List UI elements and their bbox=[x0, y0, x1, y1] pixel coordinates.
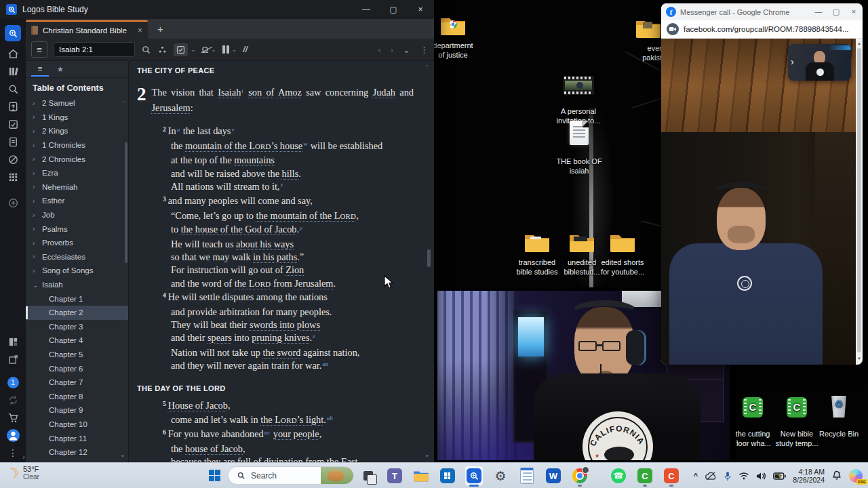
logos-home-logo-icon[interactable] bbox=[5, 25, 21, 41]
task-view-button[interactable] bbox=[359, 466, 377, 485]
teams-button[interactable]: T bbox=[386, 466, 403, 485]
tab-christian-standard-bible[interactable]: Christian Standard Bible × bbox=[26, 20, 148, 39]
toc-chapter-item[interactable]: Chapter 8 bbox=[26, 389, 128, 403]
close-all-panels-icon[interactable] bbox=[4, 351, 22, 367]
toc-book-item[interactable]: ›1 Kings bbox=[26, 110, 128, 125]
search-box[interactable]: Search bbox=[228, 466, 354, 485]
toc-book-item[interactable]: ›Song of Songs bbox=[26, 264, 128, 278]
messenger-url-bar[interactable]: facebook.com/groupcall/ROOM:78898843544.… bbox=[661, 20, 863, 39]
visual-filter-icon[interactable]: ⌄ bbox=[174, 43, 196, 56]
camtasia-recorder-button[interactable]: C bbox=[663, 466, 680, 485]
close-button[interactable]: × bbox=[407, 5, 434, 14]
cart-icon[interactable] bbox=[4, 409, 22, 426]
account-icon[interactable] bbox=[4, 427, 22, 443]
logos-taskbar-button[interactable] bbox=[465, 466, 483, 485]
bible-icon[interactable] bbox=[4, 98, 22, 115]
toc-book-item[interactable]: ›Proverbs bbox=[26, 236, 128, 250]
forward-icon[interactable]: › bbox=[391, 45, 393, 55]
toc-book-item[interactable]: ›Job bbox=[26, 208, 128, 222]
minimize-button[interactable]: — bbox=[353, 5, 380, 14]
notepad-button[interactable] bbox=[518, 466, 536, 485]
home-icon[interactable] bbox=[4, 45, 22, 62]
tray-overflow-chevron[interactable]: ^ bbox=[694, 472, 698, 480]
toc-chapter-item[interactable]: Chapter 11 bbox=[26, 431, 128, 445]
toc-bookmarks-tab[interactable]: ★ bbox=[52, 62, 69, 77]
toc-chapter-item[interactable]: Chapter 2 bbox=[26, 306, 128, 320]
messenger-titlebar[interactable]: f Messenger call - Google Chrome — ▢ × bbox=[661, 3, 863, 20]
desktop-icon-recycle-bin[interactable]: Recycle Bin bbox=[810, 386, 867, 448]
toc-list-tab[interactable]: ≡ bbox=[31, 62, 49, 77]
toc-chapter-item[interactable]: Chapter 7 bbox=[26, 375, 128, 390]
whatsapp-button[interactable]: ☎ bbox=[610, 466, 627, 485]
toc-chapter-item[interactable]: Chapter 1 bbox=[26, 291, 128, 306]
content-scroll-up-icon[interactable]: ⌃ bbox=[425, 64, 430, 71]
maximize-button[interactable]: ▢ bbox=[827, 7, 845, 16]
toc-book-item[interactable]: ›Ecclesiastes bbox=[26, 250, 128, 264]
reference-input[interactable]: Isaiah 2:1 bbox=[54, 42, 135, 57]
document-icon[interactable] bbox=[4, 134, 22, 150]
toc-book-item[interactable]: ›2 Samuel bbox=[26, 96, 128, 110]
copilot-icon[interactable]: PRE bbox=[849, 469, 863, 483]
toc-book-item-expanded[interactable]: ⌄ Isaiah bbox=[26, 278, 128, 292]
minimize-button[interactable]: — bbox=[810, 7, 827, 16]
expand-thumbnail-icon[interactable]: › bbox=[791, 56, 794, 67]
clock-widget[interactable]: 4:18 AM 8/26/2024 bbox=[793, 468, 825, 485]
speaker-icon[interactable] bbox=[756, 472, 766, 481]
start-button[interactable] bbox=[209, 470, 220, 481]
toc-chapter-item[interactable]: Chapter 9 bbox=[26, 403, 128, 418]
toc-scrollbar[interactable] bbox=[125, 142, 127, 263]
toc-chapter-item[interactable]: Chapter 4 bbox=[26, 333, 128, 348]
toc-chapter-item[interactable]: Chapter 3 bbox=[26, 320, 128, 334]
word-button[interactable]: W bbox=[545, 466, 562, 485]
notification-badge[interactable]: 1 bbox=[4, 374, 22, 390]
close-button[interactable]: × bbox=[845, 7, 863, 16]
battery-charging-icon[interactable] bbox=[773, 472, 786, 480]
toc-chapter-item[interactable]: Chapter 5 bbox=[26, 348, 128, 362]
maximize-button[interactable]: ▢ bbox=[380, 5, 407, 14]
logos-titlebar[interactable]: Logos Bible Study — ▢ × bbox=[0, 0, 434, 19]
toc-scroll-down-icon[interactable]: ⌄ bbox=[120, 451, 125, 458]
search-icon[interactable] bbox=[4, 81, 22, 97]
bible-text-pane[interactable]: THE CITY OF PEACE 2The vision that Isaia… bbox=[129, 61, 434, 462]
rail-expand-icon[interactable]: › bbox=[22, 453, 25, 461]
desktop-icon-isaiah-doc[interactable]: THE book OF isaiah bbox=[551, 111, 608, 185]
journal-check-icon[interactable] bbox=[4, 116, 22, 132]
self-view-thumbnail[interactable]: › bbox=[788, 44, 851, 81]
desktop-icon-edited-folder[interactable]: edited shorts for youtube... bbox=[594, 222, 651, 286]
add-circle-icon[interactable] bbox=[4, 195, 22, 211]
microsoft-store-button[interactable] bbox=[439, 466, 456, 485]
microphone-icon[interactable] bbox=[724, 471, 732, 481]
content-scroll-down-icon[interactable]: ⌄ bbox=[425, 451, 430, 458]
toc-book-item[interactable]: ›2 Kings bbox=[26, 124, 128, 138]
scrollbar-thumb[interactable] bbox=[857, 48, 861, 352]
messenger-scrollbar[interactable]: ▲ ▼ bbox=[856, 39, 863, 365]
toc-book-item[interactable]: ›1 Chronicles bbox=[26, 138, 128, 152]
toc-book-item[interactable]: ›Psalms bbox=[26, 222, 128, 236]
apps-grid-icon[interactable] bbox=[4, 169, 22, 185]
wifi-icon[interactable] bbox=[738, 472, 749, 480]
toc-scroll-up-icon[interactable]: ⌃ bbox=[121, 100, 126, 107]
parallel-resources-icon[interactable]: // bbox=[243, 45, 248, 54]
columns-icon[interactable]: ⌄ bbox=[222, 45, 237, 54]
tab-close-icon[interactable]: × bbox=[138, 26, 142, 35]
interlinear-off-icon[interactable]: Ω ⌄ bbox=[202, 45, 216, 55]
toc-chapter-item[interactable]: Chapter 10 bbox=[26, 418, 128, 432]
panel-menu-icon[interactable]: ≡ bbox=[31, 41, 47, 58]
more-menu-icon[interactable]: ⋮ bbox=[4, 445, 22, 461]
file-explorer-button[interactable] bbox=[412, 466, 430, 485]
toc-chapter-item[interactable]: Chapter 6 bbox=[26, 361, 128, 375]
factbook-disabled-icon[interactable] bbox=[4, 151, 22, 167]
toc-book-item[interactable]: ›2 Chronicles bbox=[26, 152, 128, 166]
panel-chevron-icon[interactable]: ⌄ bbox=[403, 45, 410, 55]
toc-book-item[interactable]: ›Esther bbox=[26, 194, 128, 208]
sync-icon[interactable] bbox=[4, 392, 22, 408]
toc-book-item[interactable]: ›Ezra bbox=[26, 166, 128, 180]
link-set-icon[interactable] bbox=[157, 45, 167, 55]
settings-button[interactable]: ⚙ bbox=[492, 466, 509, 485]
search-inline-icon[interactable] bbox=[141, 45, 151, 55]
onedrive-paused-icon[interactable] bbox=[705, 472, 717, 481]
toc-book-item[interactable]: ›Nehemiah bbox=[26, 180, 128, 195]
panel-more-icon[interactable]: ⋮ bbox=[420, 45, 429, 55]
weather-widget[interactable]: ☽ 53°F Clear bbox=[7, 465, 39, 481]
chrome-button[interactable] bbox=[571, 466, 589, 485]
